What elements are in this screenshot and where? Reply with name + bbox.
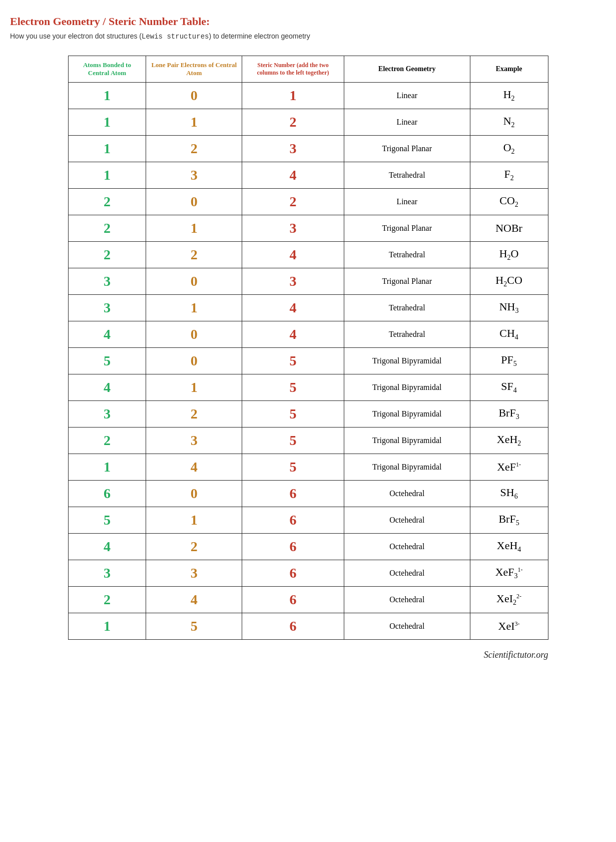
cell-geometry: Octehedral [344, 587, 470, 613]
cell-steric: 4 [242, 295, 344, 321]
header-atoms: Atoms Bonded to Central Atom [68, 56, 146, 83]
cell-example: H2CO [470, 268, 548, 295]
cell-steric: 6 [242, 560, 344, 587]
cell-lone: 0 [146, 481, 242, 507]
cell-atoms: 5 [68, 507, 146, 534]
table-row: 516OctehedralBrF5 [68, 507, 548, 534]
cell-example: O2 [470, 136, 548, 162]
cell-example: H2 [470, 83, 548, 109]
cell-example: XeI3- [470, 613, 548, 640]
table-row: 505Trigonal BipyramidalPF5 [68, 348, 548, 374]
cell-geometry: Trigonal Bipyramidal [344, 428, 470, 454]
cell-steric: 3 [242, 136, 344, 162]
cell-atoms: 5 [68, 348, 146, 374]
cell-lone: 1 [146, 374, 242, 401]
table-row: 303Trigonal PlanarH2CO [68, 268, 548, 295]
cell-atoms: 2 [68, 215, 146, 242]
cell-geometry: Octehedral [344, 481, 470, 507]
cell-steric: 3 [242, 215, 344, 242]
cell-geometry: Tetrahedral [344, 295, 470, 321]
cell-lone: 0 [146, 189, 242, 215]
cell-geometry: Tetrahedral [344, 321, 470, 348]
table-row: 415Trigonal BipyramidalSF4 [68, 374, 548, 401]
cell-lone: 0 [146, 321, 242, 348]
table-row: 224TetrahedralH2O [68, 242, 548, 268]
header-lone: Lone Pair Electrons of Central Atom [146, 56, 242, 83]
cell-steric: 6 [242, 481, 344, 507]
cell-example: XeH4 [470, 534, 548, 560]
cell-example: XeF1- [470, 454, 548, 481]
cell-atoms: 4 [68, 321, 146, 348]
cell-atoms: 1 [68, 136, 146, 162]
cell-steric: 2 [242, 109, 344, 136]
cell-example: BrF5 [470, 507, 548, 534]
cell-atoms: 3 [68, 401, 146, 428]
table-row: 101LinearH2 [68, 83, 548, 109]
cell-steric: 4 [242, 321, 344, 348]
table-row: 246OctehedralXeI22- [68, 587, 548, 613]
cell-steric: 5 [242, 401, 344, 428]
cell-steric: 6 [242, 507, 344, 534]
cell-example: NOBr [470, 215, 548, 242]
cell-lone: 4 [146, 587, 242, 613]
cell-example: XeH2 [470, 428, 548, 454]
cell-steric: 5 [242, 428, 344, 454]
cell-atoms: 1 [68, 109, 146, 136]
cell-atoms: 2 [68, 242, 146, 268]
cell-lone: 1 [146, 215, 242, 242]
cell-lone: 0 [146, 348, 242, 374]
cell-steric: 6 [242, 613, 344, 640]
cell-steric: 4 [242, 242, 344, 268]
cell-atoms: 4 [68, 534, 146, 560]
cell-steric: 2 [242, 189, 344, 215]
header-steric: Steric Number (add the two columns to th… [242, 56, 344, 83]
cell-steric: 3 [242, 268, 344, 295]
cell-example: XeI22- [470, 587, 548, 613]
cell-lone: 2 [146, 534, 242, 560]
cell-geometry: Octehedral [344, 613, 470, 640]
cell-lone: 1 [146, 507, 242, 534]
subtitle: How you use your electron dot structures… [10, 32, 606, 41]
cell-example: N2 [470, 109, 548, 136]
cell-geometry: Octehedral [344, 507, 470, 534]
cell-atoms: 3 [68, 295, 146, 321]
header-geometry: Electron Geometry [344, 56, 470, 83]
cell-example: H2O [470, 242, 548, 268]
cell-atoms: 2 [68, 428, 146, 454]
cell-example: CO2 [470, 189, 548, 215]
cell-geometry: Linear [344, 189, 470, 215]
cell-steric: 5 [242, 348, 344, 374]
cell-lone: 4 [146, 454, 242, 481]
cell-steric: 1 [242, 83, 344, 109]
cell-example: BrF3 [470, 401, 548, 428]
cell-steric: 6 [242, 534, 344, 560]
cell-steric: 5 [242, 454, 344, 481]
cell-example: SH6 [470, 481, 548, 507]
cell-lone: 0 [146, 268, 242, 295]
table-row: 606OctehedralSH6 [68, 481, 548, 507]
cell-example: PF5 [470, 348, 548, 374]
page-title: Electron Geometry / Steric Number Table: [10, 15, 606, 28]
table-row: 123Trigonal PlanarO2 [68, 136, 548, 162]
cell-example: SF4 [470, 374, 548, 401]
table-row: 134TetrahedralF2 [68, 162, 548, 189]
cell-steric: 4 [242, 162, 344, 189]
table-row: 156OctehedralXeI3- [68, 613, 548, 640]
cell-atoms: 1 [68, 83, 146, 109]
cell-geometry: Tetrahedral [344, 162, 470, 189]
table-row: 213Trigonal PlanarNOBr [68, 215, 548, 242]
cell-geometry: Tetrahedral [344, 242, 470, 268]
table-row: 235Trigonal BipyramidalXeH2 [68, 428, 548, 454]
cell-atoms: 2 [68, 587, 146, 613]
cell-geometry: Octehedral [344, 534, 470, 560]
cell-geometry: Trigonal Bipyramidal [344, 348, 470, 374]
cell-lone: 2 [146, 401, 242, 428]
table-row: 325Trigonal BipyramidalBrF3 [68, 401, 548, 428]
table-row: 404TetrahedralCH4 [68, 321, 548, 348]
cell-atoms: 1 [68, 454, 146, 481]
cell-lone: 3 [146, 560, 242, 587]
cell-geometry: Linear [344, 109, 470, 136]
table-row: 145Trigonal BipyramidalXeF1- [68, 454, 548, 481]
table-row: 112LinearN2 [68, 109, 548, 136]
cell-geometry: Trigonal Bipyramidal [344, 401, 470, 428]
